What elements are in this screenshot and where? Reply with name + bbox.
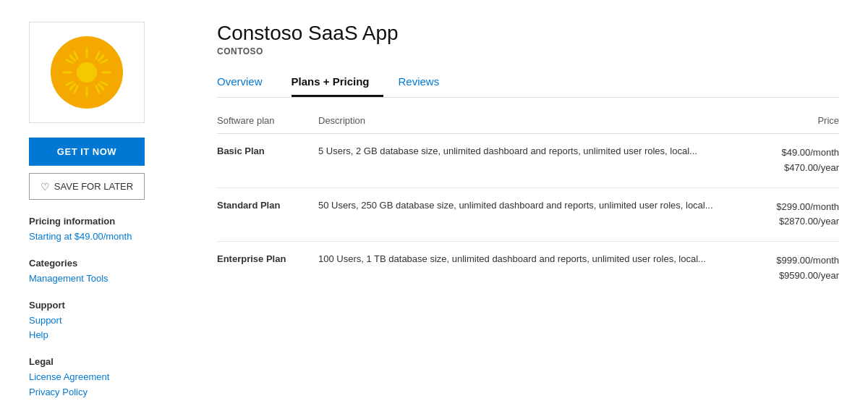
plan-name-2: Enterprise Plan [217, 242, 318, 295]
plan-price-2: $999.00/month $9590.00/year [745, 242, 839, 295]
table-row: Enterprise Plan 100 Users, 1 TB database… [217, 242, 839, 295]
page-container: GET IT NOW ♡ SAVE FOR LATER Pricing info… [0, 0, 868, 409]
plan-price-monthly-0: $49.00/month [745, 146, 839, 161]
col-header-price: Price [745, 115, 839, 134]
plan-name-0: Basic Plan [217, 134, 318, 188]
privacy-policy-link[interactable]: Privacy Policy [29, 385, 188, 400]
sun-icon [58, 43, 116, 101]
plan-price-0: $49.00/month $470.00/year [745, 134, 839, 188]
tab-plans-pricing[interactable]: Plans + Pricing [292, 69, 384, 97]
pricing-info-section: Pricing information Starting at $49.00/m… [29, 216, 188, 245]
pricing-table-header: Software plan Description Price [217, 115, 839, 134]
plan-name-1: Standard Plan [217, 187, 318, 242]
sidebar: GET IT NOW ♡ SAVE FOR LATER Pricing info… [29, 22, 188, 409]
tab-reviews[interactable]: Reviews [398, 69, 454, 97]
svg-line-13 [101, 82, 107, 85]
col-header-desc: Description [318, 115, 745, 134]
save-for-later-button[interactable]: ♡ SAVE FOR LATER [29, 173, 145, 200]
support-link[interactable]: Support [29, 313, 188, 329]
plan-price-monthly-2: $999.00/month [745, 253, 839, 269]
plan-price-monthly-1: $299.00/month [745, 200, 839, 215]
pricing-info-title: Pricing information [29, 216, 188, 227]
svg-line-7 [70, 84, 75, 89]
plan-price-yearly-2: $9590.00/year [745, 269, 839, 284]
sun-center [77, 62, 97, 83]
table-row: Standard Plan 50 Users, 250 GB database … [217, 187, 839, 242]
svg-line-9 [96, 86, 99, 93]
svg-line-11 [75, 86, 77, 93]
legal-section: Legal License Agreement Privacy Policy [29, 356, 188, 400]
help-link[interactable]: Help [29, 328, 188, 343]
logo-circle [51, 36, 123, 109]
svg-line-6 [98, 56, 103, 61]
get-it-now-button[interactable]: GET IT NOW [29, 138, 145, 166]
tab-nav: Overview Plans + Pricing Reviews [217, 69, 839, 98]
license-agreement-link[interactable]: License Agreement [29, 370, 188, 385]
categories-link[interactable]: Management Tools [29, 271, 188, 287]
plan-desc-2: 100 Users, 1 TB database size, unlimited… [318, 242, 745, 295]
support-title: Support [29, 300, 188, 311]
main-content: Constoso SaaS App CONTOSO Overview Plans… [217, 22, 839, 409]
svg-line-14 [101, 60, 107, 63]
plan-price-yearly-0: $470.00/year [745, 161, 839, 176]
categories-section: Categories Management Tools [29, 258, 188, 287]
svg-line-12 [67, 60, 73, 63]
svg-line-10 [96, 52, 99, 59]
tab-overview[interactable]: Overview [217, 69, 277, 97]
table-row: Basic Plan 5 Users, 2 GB database size, … [217, 134, 839, 188]
app-title: Constoso SaaS App [217, 22, 839, 45]
svg-line-15 [67, 82, 73, 85]
categories-title: Categories [29, 258, 188, 269]
save-for-later-label: SAVE FOR LATER [54, 181, 133, 192]
plan-desc-0: 5 Users, 2 GB database size, unlimited d… [318, 134, 745, 188]
heart-icon: ♡ [41, 182, 50, 192]
svg-line-5 [98, 84, 103, 89]
plan-desc-1: 50 Users, 250 GB database size, unlimite… [318, 187, 745, 242]
svg-line-8 [75, 52, 77, 59]
plan-price-yearly-1: $2870.00/year [745, 214, 839, 229]
legal-title: Legal [29, 356, 188, 367]
app-logo [29, 22, 145, 123]
support-section: Support Support Help [29, 300, 188, 344]
svg-line-4 [70, 56, 75, 61]
col-header-plan: Software plan [217, 115, 318, 134]
pricing-info-link[interactable]: Starting at $49.00/month [29, 229, 188, 245]
app-publisher: CONTOSO [217, 46, 839, 56]
plan-price-1: $299.00/month $2870.00/year [745, 187, 839, 242]
pricing-table: Software plan Description Price Basic Pl… [217, 115, 839, 295]
